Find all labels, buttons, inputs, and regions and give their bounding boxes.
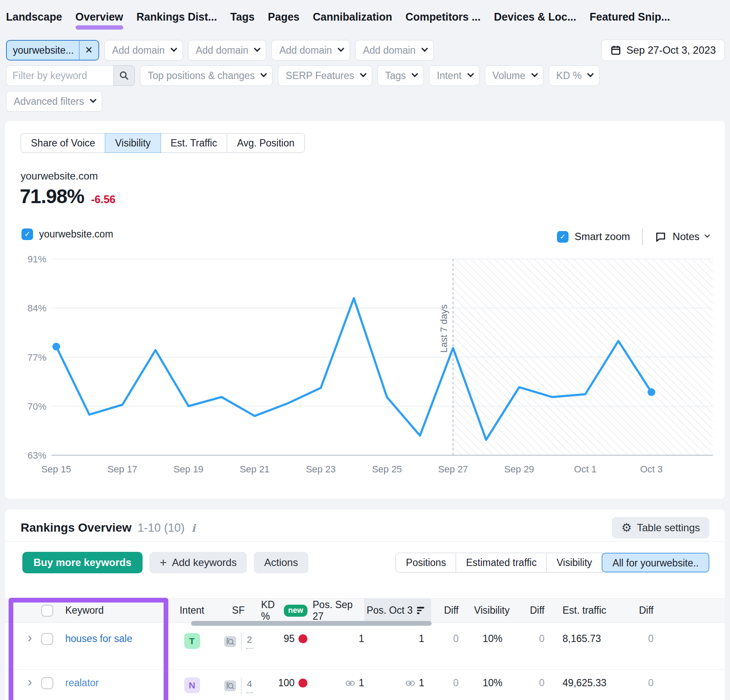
volume-dropdown[interactable]: Volume <box>485 65 544 86</box>
sf-count[interactable]: 4 <box>246 679 253 693</box>
divider <box>5 541 725 542</box>
tab-devices-locations[interactable]: Devices & Loc... <box>494 11 576 23</box>
pos-sep27-value: 1 <box>313 633 364 645</box>
keyword-filter <box>6 65 135 86</box>
column-header-pos-oct3[interactable]: Pos. Oct 3 <box>364 599 431 622</box>
column-header-diff-3[interactable]: Diff <box>612 605 655 616</box>
tab-avg-position[interactable]: Avg. Position <box>227 133 305 153</box>
column-header-kd[interactable]: KD % new <box>261 599 313 622</box>
buy-more-keywords-button[interactable]: Buy more keywords <box>22 552 143 573</box>
top-positions-label: Top positions & changes <box>148 70 255 82</box>
keyword-link[interactable]: realator <box>65 677 99 689</box>
kd-value: 100 <box>278 677 295 689</box>
top-positions-dropdown[interactable]: Top positions & changes <box>140 65 273 86</box>
add-domain-dropdown-2[interactable]: Add domain <box>188 40 267 61</box>
intent-badge-transactional[interactable]: T <box>184 633 200 649</box>
link-icon <box>345 679 356 688</box>
advanced-filters-dropdown[interactable]: Advanced filters <box>6 91 102 112</box>
remove-domain-icon[interactable]: ✕ <box>79 45 98 56</box>
date-range-label: Sep 27-Oct 3, 2023 <box>627 44 716 56</box>
tab-share-of-voice[interactable]: Share of Voice <box>21 133 106 153</box>
chevron-down-icon <box>338 45 344 52</box>
divider <box>241 677 242 694</box>
actions-button[interactable]: Actions <box>254 552 308 573</box>
view-tab-all-for-domain[interactable]: All for yourwebsite.. <box>602 553 709 572</box>
svg-text:63%: 63% <box>27 450 46 461</box>
expand-row-icon[interactable]: › <box>27 633 32 642</box>
plus-icon: + <box>160 557 167 569</box>
intent-dropdown[interactable]: Intent <box>429 65 480 86</box>
pos-diff-value: 0 <box>431 633 465 645</box>
table-settings-button[interactable]: ⚙ Table settings <box>612 517 709 539</box>
visibility-line-chart: 63%70%77%84%91%Sep 15Sep 17Sep 19Sep 21S… <box>0 238 730 479</box>
visibility-value: 71.98% <box>20 185 84 208</box>
tab-pages[interactable]: Pages <box>268 11 300 23</box>
add-domain-dropdown-1[interactable]: Add domain <box>104 40 183 61</box>
column-header-intent[interactable]: Intent <box>168 605 216 616</box>
view-tab-visibility[interactable]: Visibility <box>546 553 602 572</box>
column-header-visibility[interactable]: Visibility <box>465 605 515 616</box>
column-header-est-traffic[interactable]: Est. traffic <box>548 605 612 616</box>
table-row: › houses for sale T 2 95 1 1 0 10% 0 8,1… <box>5 623 725 670</box>
calendar-icon <box>610 45 621 56</box>
svg-text:Sep 23: Sep 23 <box>306 464 336 475</box>
keyword-filter-input[interactable] <box>6 65 113 86</box>
tab-visibility[interactable]: Visibility <box>105 133 161 153</box>
intent-label: Intent <box>437 70 462 82</box>
row-checkbox[interactable] <box>41 677 53 689</box>
svg-text:Sep 19: Sep 19 <box>173 464 204 475</box>
view-tab-estimated-traffic[interactable]: Estimated traffic <box>456 553 547 572</box>
est-traffic-value: 49,625.33 <box>548 677 612 689</box>
metric-tab-group: Share of Voice Visibility Est. Traffic A… <box>21 133 305 153</box>
serp-features-label: SERP Features <box>286 70 354 82</box>
tab-featured-snippets[interactable]: Featured Snip... <box>590 11 670 23</box>
tab-overview[interactable]: Overview <box>76 11 123 23</box>
serp-features-dropdown[interactable]: SERP Features <box>278 65 372 86</box>
kd-difficulty-dot <box>298 679 307 688</box>
column-header-diff-1[interactable]: Diff <box>431 605 465 616</box>
pos-oct3-header-label: Pos. Oct 3 <box>367 605 413 616</box>
tab-competitors[interactable]: Competitors ... <box>405 11 481 23</box>
svg-text:70%: 70% <box>27 401 46 412</box>
row-checkbox[interactable] <box>41 633 53 645</box>
view-tab-positions[interactable]: Positions <box>395 553 456 572</box>
column-header-diff-2[interactable]: Diff <box>515 605 548 616</box>
tab-tags[interactable]: Tags <box>230 11 255 23</box>
column-header-keyword[interactable]: Keyword <box>65 605 168 616</box>
keyword-filter-row: Top positions & changes SERP Features Ta… <box>6 65 599 86</box>
date-range-picker[interactable]: Sep 27-Oct 3, 2023 <box>601 40 725 61</box>
divider <box>241 633 242 650</box>
column-header-pos-sep27[interactable]: Pos. Sep 27 <box>313 599 364 622</box>
expand-row-icon[interactable]: › <box>27 677 32 686</box>
info-icon[interactable]: i <box>192 522 195 534</box>
tab-landscape[interactable]: Landscape <box>6 11 62 23</box>
tab-est-traffic[interactable]: Est. Traffic <box>160 133 227 153</box>
select-all-checkbox[interactable] <box>41 605 53 617</box>
add-domain-dropdown-4[interactable]: Add domain <box>355 40 434 61</box>
pos-sep27-value: 1 <box>359 677 364 689</box>
sf-count[interactable]: 2 <box>246 634 253 649</box>
kd-dropdown[interactable]: KD % <box>549 65 600 86</box>
tab-cannibalization[interactable]: Cannibalization <box>313 11 392 23</box>
intent-badge-navigational[interactable]: N <box>184 677 200 693</box>
keyword-link[interactable]: houses for sale <box>65 633 132 645</box>
kd-value: 95 <box>283 633 295 645</box>
advanced-filters-label: Advanced filters <box>14 96 84 107</box>
table-header-row: Keyword Intent SF KD % new Pos. Sep 27 P… <box>5 598 725 623</box>
tags-dropdown[interactable]: Tags <box>377 65 424 86</box>
table-horizontal-scrollbar[interactable] <box>191 621 432 626</box>
search-button[interactable] <box>113 65 135 86</box>
tab-rankings-dist[interactable]: Rankings Dist... <box>137 11 217 23</box>
svg-text:91%: 91% <box>27 254 46 265</box>
add-keywords-button[interactable]: + Add keywords <box>149 552 247 573</box>
chevron-down-icon <box>90 96 97 103</box>
position-tracking-page: { "icons": { "close": "✕", "check": "✓",… <box>0 0 730 700</box>
rankings-actions-row: Buy more keywords + Add keywords Actions… <box>22 552 709 573</box>
visibility-cell: 10% <box>465 677 515 689</box>
domain-chip[interactable]: yourwebsite... ✕ <box>6 40 99 61</box>
add-domain-dropdown-3[interactable]: Add domain <box>271 40 350 61</box>
table-row: › realator N 4 100 1 1 0 10% 0 49,625.33… <box>5 670 725 700</box>
pos-diff-value: 0 <box>431 677 465 689</box>
column-header-sf[interactable]: SF <box>216 605 261 616</box>
svg-text:Sep 15: Sep 15 <box>41 464 71 475</box>
